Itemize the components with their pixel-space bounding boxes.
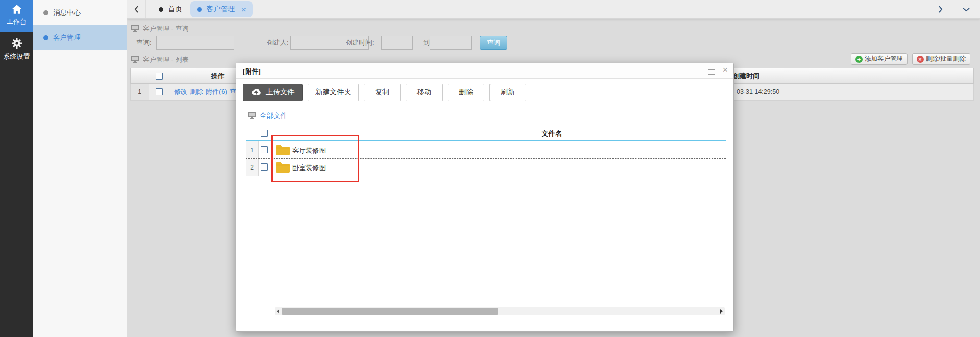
keyword-label: 查询:: [136, 36, 152, 50]
file-name: 客厅装修图: [292, 146, 326, 155]
tab-customer-mgmt[interactable]: 客户管理 ×: [190, 1, 253, 17]
file-row-index: 2: [246, 159, 259, 176]
tab-close-icon[interactable]: ×: [241, 5, 246, 14]
batch-delete-button[interactable]: × 删除/批量删除: [912, 53, 970, 65]
cloud-upload-icon: [251, 88, 261, 97]
monitor-icon: [131, 56, 139, 64]
modify-link[interactable]: 修改: [174, 87, 187, 97]
attachment-dialog: [附件] × 上传文件 新建文件夹 复制 移动 删除 刷新 全部文件: [236, 63, 734, 332]
file-row[interactable]: 1 客厅装修图: [246, 141, 726, 159]
sidebar-item-workbench[interactable]: 工作台: [0, 0, 33, 32]
row-checkbox-cell: [149, 84, 169, 100]
delete-link[interactable]: 删除: [190, 87, 203, 97]
section-title: 客户管理 - 列表: [143, 55, 189, 64]
select-all-checkbox[interactable]: [156, 73, 163, 80]
select-all-files-checkbox[interactable]: [261, 130, 268, 137]
created-time-label: 创建时间:: [346, 36, 374, 50]
add-customer-button[interactable]: + 添加客户管理: [851, 53, 908, 65]
submenu-item-label: 客户管理: [53, 33, 81, 42]
dialog-title: [附件]: [243, 67, 261, 76]
created-time-to-input[interactable]: [430, 36, 472, 50]
section-divider: [131, 34, 976, 34]
row-index: 1: [131, 84, 149, 100]
scroll-right-arrow-icon[interactable]: [720, 309, 723, 314]
file-table-header: 文件名: [246, 127, 726, 141]
submenu-item-customer-mgmt[interactable]: 客户管理: [33, 25, 127, 50]
close-icon[interactable]: ×: [722, 65, 728, 76]
created-time-from-input[interactable]: [381, 36, 413, 50]
file-name: 卧室装修图: [292, 163, 326, 173]
new-folder-button[interactable]: 新建文件夹: [308, 84, 359, 101]
plus-icon: +: [855, 56, 863, 63]
submenu-item-message-center[interactable]: 消息中心: [33, 0, 127, 25]
copy-button[interactable]: 复制: [364, 84, 401, 101]
to-label: 到: [423, 36, 430, 50]
folder-icon: [275, 162, 290, 175]
submenu-item-label: 消息中心: [53, 8, 81, 17]
list-section-header: 客户管理 - 列表: [131, 55, 189, 64]
search-button[interactable]: 查询: [480, 36, 507, 50]
tab-home[interactable]: 首页: [151, 0, 190, 18]
file-row[interactable]: 2 卧室装修图: [246, 159, 726, 176]
query-form: 查询: 创建人: 创建时间: 到 查询: [127, 36, 980, 50]
tab-scroll-right-button[interactable]: [929, 0, 951, 18]
scroll-left-arrow-icon[interactable]: [277, 309, 279, 314]
breadcrumb-label: 全部文件: [260, 111, 287, 121]
tab-dot-icon: [159, 7, 163, 12]
gear-icon: [12, 38, 22, 50]
submenu-panel: 消息中心 客户管理: [33, 0, 127, 337]
refresh-button[interactable]: 刷新: [489, 84, 526, 101]
delete-button[interactable]: 删除: [448, 84, 484, 101]
upload-file-button[interactable]: 上传文件: [243, 84, 303, 101]
folder-icon: [275, 145, 290, 158]
tab-scroll-left-button[interactable]: [127, 0, 146, 18]
tab-label: 客户管理: [206, 5, 235, 14]
file-row-index: 1: [246, 141, 259, 158]
creator-label: 创建人:: [267, 36, 289, 50]
header-empty: [782, 68, 973, 83]
horizontal-scrollbar[interactable]: [275, 307, 725, 315]
sidebar-item-label: 系统设置: [4, 52, 30, 61]
tab-label: 首页: [168, 5, 182, 14]
tab-bar: 首页 客户管理 ×: [127, 0, 980, 19]
x-icon: ×: [917, 56, 924, 63]
all-files-link[interactable]: 全部文件: [248, 111, 287, 121]
file-toolbar: 上传文件 新建文件夹 复制 移动 删除 刷新: [243, 84, 526, 101]
bullet-icon: [43, 35, 48, 40]
bullet-icon: [43, 10, 48, 15]
row-checkbox[interactable]: [156, 88, 163, 95]
table-right-border: [974, 68, 974, 315]
select-all-cell: [149, 68, 169, 83]
app-root: 工作台 系统设置 消息中心: [0, 0, 980, 337]
move-button[interactable]: 移动: [406, 84, 443, 101]
tab-list-dropdown-button[interactable]: [952, 0, 980, 18]
query-section-header: 客户管理 - 查询: [131, 24, 189, 33]
section-title: 客户管理 - 查询: [143, 24, 189, 33]
keyword-input[interactable]: [156, 36, 234, 50]
dialog-titlebar[interactable]: [附件] ×: [236, 63, 733, 79]
filename-column-header: 文件名: [521, 129, 582, 138]
icon-sidebar: 工作台 系统设置: [0, 0, 33, 337]
tab-dot-icon: [197, 7, 202, 12]
scrollbar-thumb[interactable]: [282, 308, 498, 315]
monitor-icon: [131, 25, 139, 33]
maximize-icon[interactable]: [708, 69, 715, 75]
file-row-checkbox[interactable]: [261, 146, 268, 153]
monitor-icon: [248, 112, 256, 121]
row-empty: [782, 84, 973, 100]
home-icon: [12, 5, 22, 15]
file-table: 文件名 1 客厅装修图 2 卧室装修图: [246, 127, 726, 176]
attachment-link[interactable]: 附件(6): [206, 87, 227, 97]
button-label: 上传文件: [266, 88, 295, 97]
button-label: 添加客户管理: [865, 55, 903, 63]
sidebar-item-settings[interactable]: 系统设置: [0, 32, 33, 61]
header-index-cell: [131, 68, 149, 83]
sidebar-item-label: 工作台: [7, 17, 27, 27]
button-label: 删除/批量删除: [926, 55, 966, 63]
file-row-checkbox[interactable]: [261, 163, 268, 171]
